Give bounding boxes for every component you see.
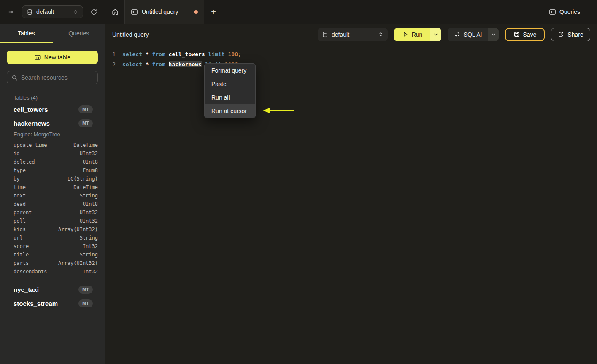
search-input[interactable] [21, 74, 93, 81]
database-selector[interactable]: default [22, 5, 83, 18]
column-name: parent [14, 210, 80, 216]
column-row: type Enum8 [0, 166, 105, 175]
column-name: score [14, 243, 83, 249]
toolbar-actions: default Run SQL A [318, 28, 590, 41]
menu-item-run-all[interactable]: Run all [205, 91, 255, 104]
save-icon [513, 31, 520, 38]
share-label: Share [567, 31, 583, 38]
column-type: UInt32 [80, 210, 98, 216]
sql-ai-button[interactable]: SQL AI [448, 28, 488, 41]
play-icon [402, 31, 408, 38]
column-row: kids Array(UInt32) [0, 225, 105, 234]
menu-item-paste[interactable]: Paste [205, 77, 255, 91]
new-tab-button[interactable]: + [204, 0, 223, 24]
tab-label: Untitled query [142, 8, 190, 15]
column-name: descendants [14, 269, 83, 275]
column-name: type [14, 167, 83, 173]
menu-item-format-query[interactable]: Format query [205, 64, 255, 77]
column-name: title [14, 252, 80, 258]
column-name: kids [14, 226, 58, 232]
search-box [7, 71, 98, 84]
column-row: update_time DateTime [0, 141, 105, 149]
query-toolbar: Untitled query default Run [105, 24, 597, 45]
table-name: nyc_taxi [14, 286, 78, 293]
column-type: Array(UInt32) [58, 226, 98, 232]
sql-ai-button-group: SQL AI [448, 28, 499, 41]
column-type: UInt8 [83, 201, 98, 207]
column-row: score Int32 [0, 242, 105, 251]
table-row[interactable]: nyc_taxi MT [0, 283, 105, 297]
editor-lines: 1 select * from cell_towers limit 100; 2… [105, 49, 597, 69]
table-row[interactable]: stocks_stream MT [0, 297, 105, 310]
sidebar-tab-tables[interactable]: Tables [0, 24, 53, 43]
database-selector-value: default [332, 31, 375, 38]
column-name: by [14, 176, 68, 182]
sql-ai-options-button[interactable] [488, 28, 499, 41]
sidebar: Tables Queries New table Tables (4) cell… [0, 24, 105, 364]
menu-item-run-at-cursor[interactable]: Run at cursor [205, 104, 255, 118]
column-row: parts Array(UInt32) [0, 259, 105, 267]
sidebar-tabs: Tables Queries [0, 24, 105, 43]
line-number: 2 [105, 61, 116, 67]
queries-label: Queries [559, 8, 580, 15]
run-button-group: Run [394, 28, 441, 41]
new-table-label: New table [44, 54, 70, 61]
table-row[interactable]: cell_towers MT [0, 102, 105, 116]
engine-badge: MT [78, 286, 93, 294]
column-type: DateTime [73, 142, 98, 148]
column-row: url String [0, 234, 105, 242]
save-button[interactable]: Save [505, 28, 545, 41]
query-title: Untitled query [112, 31, 149, 38]
column-name: id [14, 151, 80, 156]
updown-chevron-icon [73, 9, 78, 15]
column-row: title String [0, 251, 105, 259]
column-row: parent UInt32 [0, 208, 105, 217]
code-text: select * from cell_towers limit 100; [122, 51, 241, 57]
sidebar-tab-queries[interactable]: Queries [53, 24, 105, 43]
search-icon [11, 75, 18, 81]
unsaved-changes-dot [194, 10, 198, 14]
queries-button[interactable]: Queries [549, 0, 597, 24]
line-number: 1 [105, 51, 116, 57]
column-row: text String [0, 191, 105, 200]
column-name: parts [14, 260, 58, 266]
run-options-button[interactable] [430, 28, 441, 41]
column-type: LC(String) [68, 176, 98, 182]
tab-strip: Untitled query + [105, 0, 549, 24]
table-name: hackernews [14, 120, 78, 127]
column-name: text [14, 193, 80, 199]
tables-section-label: Tables (4) [14, 94, 105, 101]
database-selector[interactable]: default [318, 28, 388, 41]
context-menu: Format queryPasteRun allRun at cursor [204, 63, 256, 118]
external-link-icon [558, 31, 564, 38]
column-type: Array(UInt32) [58, 260, 98, 266]
column-type: String [80, 235, 98, 241]
column-type: UInt8 [83, 159, 98, 165]
sql-editor[interactable]: 1 select * from cell_towers limit 100; 2… [105, 45, 597, 364]
tab-untitled-query[interactable]: Untitled query [125, 0, 204, 24]
share-button[interactable]: Share [551, 28, 590, 41]
engine-badge: MT [78, 105, 93, 113]
code-line[interactable]: 1 select * from cell_towers limit 100; [105, 49, 597, 59]
column-row: poll UInt32 [0, 217, 105, 225]
terminal-icon [549, 8, 556, 16]
column-type: DateTime [73, 184, 98, 190]
table-name: stocks_stream [14, 300, 78, 307]
refresh-icon[interactable] [87, 5, 100, 18]
table-engine: Engine: MergeTree [0, 130, 105, 141]
annotation-arrow-icon [262, 107, 295, 114]
code-line[interactable]: 2 select * from hackernews limit 1000 [105, 59, 597, 69]
column-name: time [14, 184, 73, 190]
table-row[interactable]: hackernews MT [0, 116, 105, 130]
table-name: cell_towers [14, 106, 78, 113]
column-row: deleted UInt8 [0, 158, 105, 166]
column-type: Int32 [83, 269, 98, 275]
collapse-sidebar-icon[interactable] [5, 5, 18, 18]
database-selector-value: default [36, 8, 70, 15]
new-table-button[interactable]: New table [7, 51, 98, 64]
home-button[interactable] [105, 0, 125, 24]
table-grid-icon [34, 54, 41, 61]
top-bar: default Untitled query + Queries [0, 0, 597, 24]
column-type: Enum8 [83, 167, 98, 173]
run-button[interactable]: Run [394, 28, 430, 41]
